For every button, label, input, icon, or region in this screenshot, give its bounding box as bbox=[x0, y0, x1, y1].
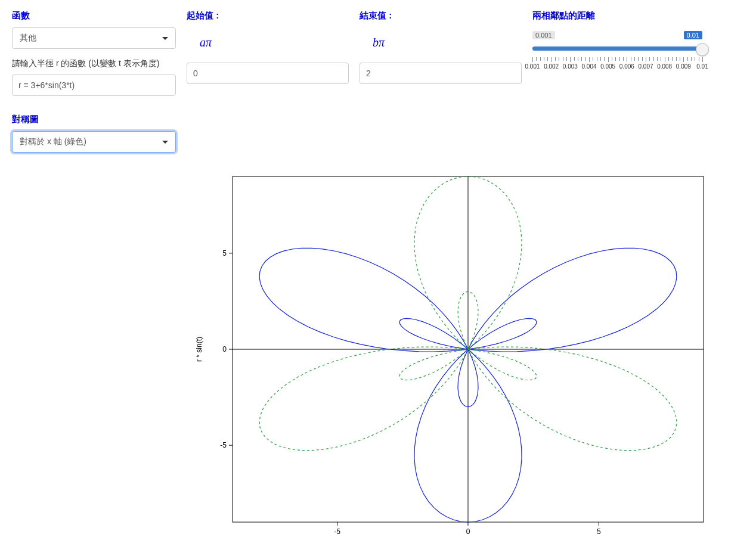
slider-min-badge: 0.001 bbox=[532, 31, 555, 39]
start-title: 起始值 : bbox=[187, 10, 349, 21]
end-title: 結束值 : bbox=[360, 10, 522, 21]
svg-text:5: 5 bbox=[597, 527, 601, 536]
start-input[interactable] bbox=[187, 63, 349, 84]
function-title: 函數 bbox=[12, 10, 176, 21]
function-select[interactable]: 其他 bbox=[12, 27, 176, 49]
formula-help-text: 請輸入半徑 r 的函數 (以變數 t 表示角度) bbox=[12, 57, 176, 70]
distance-title: 兩相鄰點的距離 bbox=[532, 10, 702, 21]
end-input[interactable] bbox=[360, 63, 522, 84]
function-column: 函數 其他 請輸入半徑 r 的函數 (以變數 t 表示角度) 對稱圖 對稱於 x… bbox=[12, 9, 176, 153]
svg-text:0: 0 bbox=[222, 345, 227, 353]
distance-slider[interactable]: 0.001 0.01 0.0010.0020.0030.0040.0050.00… bbox=[532, 31, 702, 72]
function-select-value: 其他 bbox=[20, 33, 36, 44]
start-column: 起始值 : aπ bbox=[187, 9, 349, 153]
symmetry-select-value: 對稱於 x 軸 (綠色) bbox=[20, 136, 86, 147]
chevron-down-icon bbox=[162, 141, 168, 144]
svg-text:5: 5 bbox=[222, 249, 227, 257]
symmetry-title: 對稱圖 bbox=[12, 114, 176, 125]
start-math-label: aπ bbox=[200, 36, 349, 49]
distance-column: 兩相鄰點的距離 0.001 0.01 0.0010.0020.0030.0040… bbox=[532, 9, 702, 153]
polar-chart: -505-505r * cos(t)r * sin(t) bbox=[191, 170, 744, 537]
chart-svg: -505-505r * cos(t)r * sin(t) bbox=[191, 170, 715, 537]
slider-value-badge: 0.01 bbox=[684, 31, 702, 39]
slider-thumb[interactable] bbox=[696, 43, 709, 56]
end-column: 結束值 : bπ bbox=[360, 9, 522, 153]
svg-text:-5: -5 bbox=[334, 527, 340, 536]
svg-text:-5: -5 bbox=[220, 441, 227, 449]
svg-text:0: 0 bbox=[466, 527, 470, 536]
symmetry-select[interactable]: 對稱於 x 軸 (綠色) bbox=[12, 131, 176, 153]
svg-text:r * sin(t): r * sin(t) bbox=[195, 337, 203, 362]
chevron-down-icon bbox=[162, 37, 168, 40]
end-math-label: bπ bbox=[373, 36, 522, 49]
formula-input[interactable] bbox=[12, 75, 176, 96]
controls-row: 函數 其他 請輸入半徑 r 的函數 (以變數 t 表示角度) 對稱圖 對稱於 x… bbox=[12, 9, 744, 153]
